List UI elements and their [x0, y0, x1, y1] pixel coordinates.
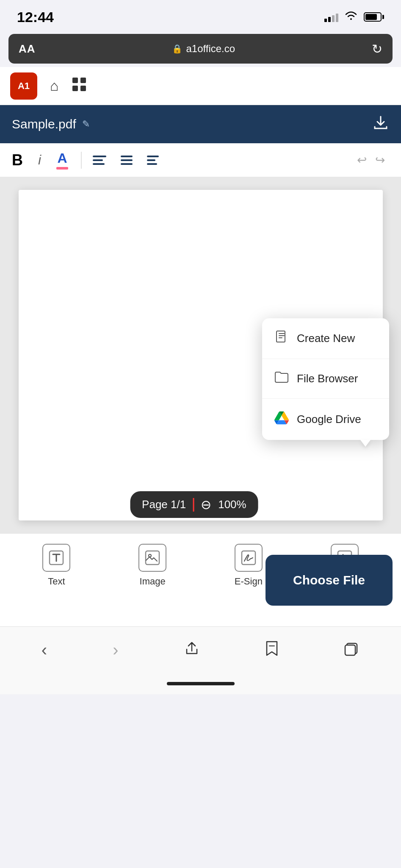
browser-bottom-nav: ‹ ›	[0, 626, 401, 673]
url-address: 🔒 a1office.co	[172, 43, 235, 55]
bottom-toolbar: Text Image E-Sign	[0, 533, 401, 626]
zoom-minus-icon[interactable]: ⊖	[201, 497, 211, 512]
signal-icon	[324, 12, 338, 22]
url-text: a1office.co	[186, 43, 235, 55]
file-browser-item[interactable]: File Browser	[262, 359, 389, 399]
svg-rect-0	[72, 78, 78, 83]
app-logo-text: A1	[18, 81, 30, 92]
choose-file-label: Choose File	[293, 573, 365, 587]
tabs-icon[interactable]	[344, 641, 360, 659]
page-indicator: Page 1/1 ⊖ 100%	[130, 491, 258, 518]
create-new-label: Create New	[297, 332, 355, 345]
image-tool[interactable]: Image	[105, 544, 201, 587]
battery-icon	[364, 12, 384, 22]
svg-point-7	[149, 554, 151, 557]
esign-tool-icon	[235, 544, 263, 572]
image-tool-label: Image	[140, 576, 166, 587]
home-indicator	[0, 673, 401, 694]
image-tool-icon	[138, 544, 166, 572]
doc-title: Sample.pdf	[12, 117, 76, 131]
app-nav-bar: A1 ⌂	[0, 67, 401, 105]
zoom-level: 100%	[218, 498, 246, 511]
align-right-button[interactable]	[141, 156, 165, 165]
doc-title-area: Sample.pdf ✎	[12, 117, 90, 131]
svg-rect-1	[80, 78, 86, 83]
align-center-button[interactable]	[115, 156, 138, 165]
download-icon[interactable]	[372, 114, 389, 135]
file-browser-label: File Browser	[297, 372, 358, 385]
app-logo[interactable]: A1	[10, 72, 37, 100]
italic-button[interactable]: i	[30, 152, 49, 168]
svg-rect-8	[242, 551, 255, 565]
font-color-button[interactable]: A	[49, 150, 76, 170]
divider	[81, 152, 82, 169]
url-aa: AA	[19, 42, 36, 56]
lock-icon: 🔒	[172, 44, 183, 54]
text-tool-icon	[42, 544, 70, 572]
page-divider	[193, 498, 194, 512]
wifi-icon	[344, 10, 358, 24]
edit-pencil-icon[interactable]: ✎	[82, 119, 90, 130]
url-bar[interactable]: AA 🔒 a1office.co ↻	[8, 34, 393, 64]
home-icon[interactable]: ⌂	[50, 78, 59, 94]
create-new-icon	[274, 330, 289, 347]
google-drive-item[interactable]: Google Drive	[262, 399, 389, 440]
file-browser-icon	[274, 371, 289, 387]
doc-header: Sample.pdf ✎	[0, 105, 401, 143]
create-new-item[interactable]: Create New	[262, 318, 389, 359]
back-button[interactable]: ‹	[41, 640, 47, 659]
text-tool[interactable]: Text	[8, 544, 105, 587]
svg-rect-3	[80, 86, 86, 91]
forward-button[interactable]: ›	[113, 640, 118, 659]
redo-button[interactable]: ↪	[371, 153, 389, 167]
color-bar	[56, 167, 68, 170]
google-drive-icon	[274, 411, 289, 428]
home-bar	[167, 682, 235, 685]
google-drive-label: Google Drive	[297, 413, 361, 426]
status-icons	[324, 10, 384, 24]
choose-file-button[interactable]: Choose File	[265, 555, 393, 606]
bookmarks-icon[interactable]	[265, 641, 279, 659]
dropdown-menu: Create New File Browser Goo	[262, 318, 389, 440]
svg-rect-11	[345, 645, 355, 655]
bold-button[interactable]: B	[12, 151, 30, 169]
share-icon[interactable]	[184, 641, 199, 659]
format-toolbar: B i A ↩ ↪	[0, 143, 401, 177]
align-left-button[interactable]	[87, 156, 112, 165]
status-time: 12:44	[17, 9, 54, 25]
page-number: Page 1/1	[142, 498, 186, 511]
refresh-icon[interactable]: ↻	[372, 42, 382, 56]
svg-rect-4	[277, 331, 285, 342]
text-tool-label: Text	[48, 576, 65, 587]
undo-button[interactable]: ↩	[353, 153, 371, 167]
grid-icon[interactable]	[72, 77, 87, 95]
esign-tool-label: E-Sign	[235, 576, 263, 587]
svg-rect-2	[72, 86, 78, 91]
status-bar: 12:44	[0, 0, 401, 34]
svg-rect-6	[146, 551, 159, 565]
pdf-canvas-area: Page 1/1 ⊖ 100% Create New File Browser	[0, 177, 401, 533]
